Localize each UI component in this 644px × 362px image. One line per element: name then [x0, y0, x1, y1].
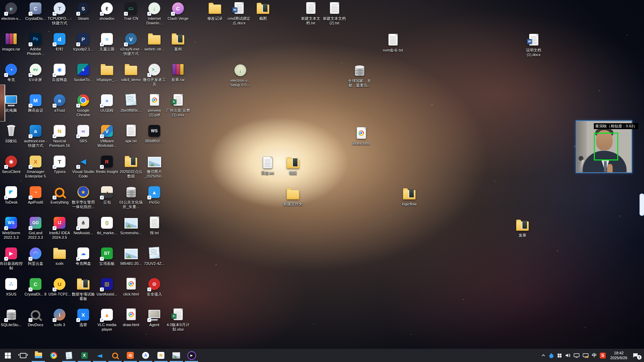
desktop-icon[interactable]: ↗DevDocs [23, 309, 48, 327]
desktop-icon[interactable]: index.html [349, 127, 374, 146]
taskbar-icon-vscode[interactable]: ◄ [92, 349, 107, 362]
face-recognition-window[interactable]: 黄润秋（相似度：0.63） [576, 120, 632, 173]
tray-tray-app-blue[interactable] [549, 349, 554, 362]
desktop-icon[interactable]: C↗CrystalDi... 8 [23, 278, 48, 297]
desktop-icon[interactable]: 回收站 [0, 125, 24, 143]
taskbar-icon-excel[interactable]: X [77, 349, 92, 362]
desktop-icon[interactable]: 案例 [165, 33, 191, 52]
desktop-icon[interactable]: C↗CrystalDis... [23, 2, 48, 21]
desktop-icon[interactable]: ↓electron-v... Setup 0.0.... [228, 64, 253, 87]
desktop-icon[interactable]: webrtc-str... [142, 33, 167, 52]
desktop-icon[interactable]: Screensho... [118, 217, 143, 235]
desktop-icon[interactable]: 985481-20... [118, 247, 143, 266]
desktop-icon[interactable]: C↗Clash Verge [165, 2, 191, 21]
desktop-icon[interactable]: ⊙↗安全接入 [142, 278, 167, 297]
desktop-icon[interactable]: P↗tcpudp2.1... [71, 33, 96, 52]
desktop-icon[interactable]: ≈↗天翼云眼 [94, 33, 119, 52]
tray-projector[interactable] [583, 349, 589, 362]
desktop-icon[interactable]: ℓ↗showdoc [94, 2, 119, 21]
desktop-icon[interactable]: X4.0版本9月计划.xlsx [165, 309, 191, 332]
tray-volume[interactable] [565, 349, 571, 362]
desktop-icon[interactable]: ◠↗阿里云盘 [23, 247, 48, 266]
desktop-icon[interactable]: ★数字孪生警用一体化指控... [71, 186, 96, 209]
desktop-icon[interactable]: 视频 [280, 157, 305, 175]
desktop-icon[interactable]: H5player_... [94, 64, 119, 82]
tray-sogou-input[interactable]: S [600, 349, 606, 362]
desktop-icon[interactable]: a↗authtool.exe - 快捷方式 [23, 125, 48, 148]
desktop-icon[interactable]: ∴XSUS [0, 278, 24, 297]
desktop-icon[interactable]: >_↗微信开发者工具 [142, 64, 167, 87]
taskbar-icon-file-explorer[interactable] [31, 349, 46, 362]
desktop-icon[interactable]: 新建文件夹 [280, 188, 305, 206]
taskbar-icon-media-player[interactable]: ▶ [184, 349, 199, 362]
desktop-icon[interactable]: M↗腾讯会议 [23, 94, 48, 113]
desktop-icon[interactable]: X广州出差 花费(1).xlsx [165, 94, 191, 117]
desktop-icon[interactable]: 报.txt [142, 217, 167, 235]
taskbar-icon-notepad[interactable] [61, 349, 77, 362]
desktop-icon[interactable]: click.html [118, 278, 143, 297]
desktop-icon[interactable]: ◕↗豆包 [94, 186, 119, 205]
desktop-icon[interactable]: »↗UU远程 [94, 94, 119, 113]
desktop-icon[interactable]: ◉↗SecoClient [0, 156, 24, 174]
desktop-icon[interactable]: V↗VMware Workstati... [94, 125, 119, 148]
desktop-icon[interactable]: 数据专项试验看板 [71, 278, 96, 301]
desktop-icon[interactable]: ◄↗Visual Studio Code [71, 156, 96, 179]
tray-network[interactable] [574, 349, 580, 362]
desktop-icon[interactable]: 截图 [250, 2, 276, 21]
desktop-icon[interactable]: W说明文档(1).docx [521, 34, 546, 57]
desktop-icon[interactable]: i↗icofx 3 [47, 309, 72, 327]
desktop-icon[interactable]: ▭↗Trae CN [118, 2, 143, 21]
desktop-icon[interactable]: a↗aTrust [47, 94, 72, 113]
desktop-wallpaper[interactable]: e↗electron-v...C↗CrystalDis...T↗TCPUDPD.… [0, 0, 644, 362]
desktop-icon[interactable]: GO↗GoLand 2022.3.3 [23, 217, 48, 240]
desktop-icon[interactable]: ↓↗Internet Downlo... [142, 2, 167, 25]
desktop-icon[interactable]: 修改记录 [202, 2, 227, 21]
desktop-icon[interactable]: nvm命令.txt [380, 34, 405, 53]
desktop-icon[interactable]: 全球国家、首都、重要岛... [347, 65, 372, 88]
desktop-icon[interactable]: 日志.txt [255, 157, 280, 175]
tray-ime-mode[interactable]: 中 [592, 349, 597, 362]
desktop-icon[interactable]: 01公共文化场所_矢量... [118, 186, 143, 209]
taskbar-start-button[interactable] [0, 349, 15, 362]
desktop-icon[interactable]: ▲↗VLC media player [94, 309, 119, 332]
desktop-icon[interactable]: ⋔↗NetAssist... [71, 217, 96, 235]
taskbar-icon-chrome[interactable] [46, 349, 61, 362]
taskbar-icon-photo-viewer[interactable] [169, 349, 184, 362]
desktop-icon[interactable]: IJ↗IntelliJ IDEA 2024.3.5 [47, 217, 72, 240]
desktop-icon[interactable]: ◤↗ToDesk [0, 186, 24, 205]
desktop-icon[interactable]: ↗Everything [47, 186, 72, 205]
desktop-icon[interactable]: sdk4_demo [118, 64, 143, 82]
desktop-icon[interactable]: 2025032点位数据 [118, 156, 143, 179]
desktop-icon[interactable]: ↗SQLiteStu... [0, 309, 24, 327]
desktop-icon[interactable]: ◉↗百度网盘 [47, 64, 72, 82]
desktop-icon[interactable]: T↗TCPUDPD... - 快捷方式 [47, 2, 72, 25]
desktop-icon[interactable]: preview (2).pdf [142, 94, 167, 117]
desktop-icon[interactable]: ☁↗夸克网盘 [71, 247, 96, 266]
desktop-icon[interactable]: 新建文本文档.txt [298, 2, 323, 25]
taskbar-task-view-button[interactable] [15, 349, 31, 362]
desktop-icon[interactable]: apk.txt [118, 125, 143, 143]
edge-slider-handle[interactable] [639, 194, 644, 216]
taskbar-clock[interactable]: 18:42 2025/9/26 [609, 351, 629, 360]
desktop-icon[interactable]: d↗钉钉 [47, 33, 72, 52]
desktop-icon[interactable]: V↗v2rayN.exe - 快捷方式 [118, 33, 143, 56]
desktop-icon[interactable]: ◔↗ApiPost6 [23, 186, 48, 205]
desktop-icon[interactable]: X↗迅雷 [71, 309, 96, 327]
desktop-icon[interactable]: ↗Agent [142, 309, 167, 327]
desktop-icon[interactable]: ▶↗向日葵远程控制 [0, 247, 24, 270]
tray-tray-windows[interactable] [557, 349, 562, 362]
taskbar-icon-app-a[interactable]: A [138, 349, 153, 362]
desktop-icon[interactable]: N↗Navicat Premium 16 [47, 125, 72, 148]
desktop-icon[interactable]: draw.html [118, 309, 143, 327]
desktop-icon[interactable]: R↗Redis Insight [94, 156, 119, 174]
desktop-icon[interactable]: T↗Typora [47, 156, 72, 174]
desktop-icon[interactable]: +SocketTo... [71, 64, 96, 82]
desktop-icon[interactable]: ▲↗PicGo [142, 186, 167, 205]
desktop-icon[interactable]: BT↗宝塔面板 [94, 247, 119, 266]
desktop-icon[interactable]: logicflow [397, 188, 422, 206]
partial-window-left-edge[interactable] [0, 85, 5, 121]
desktop-icon[interactable]: S↗Steam [71, 2, 96, 21]
taskbar-icon-navicat[interactable]: N [153, 349, 169, 362]
desktop-icon[interactable]: images.rar [0, 33, 24, 52]
desktop-icon[interactable]: U↗USR-TCP2... [47, 278, 72, 297]
